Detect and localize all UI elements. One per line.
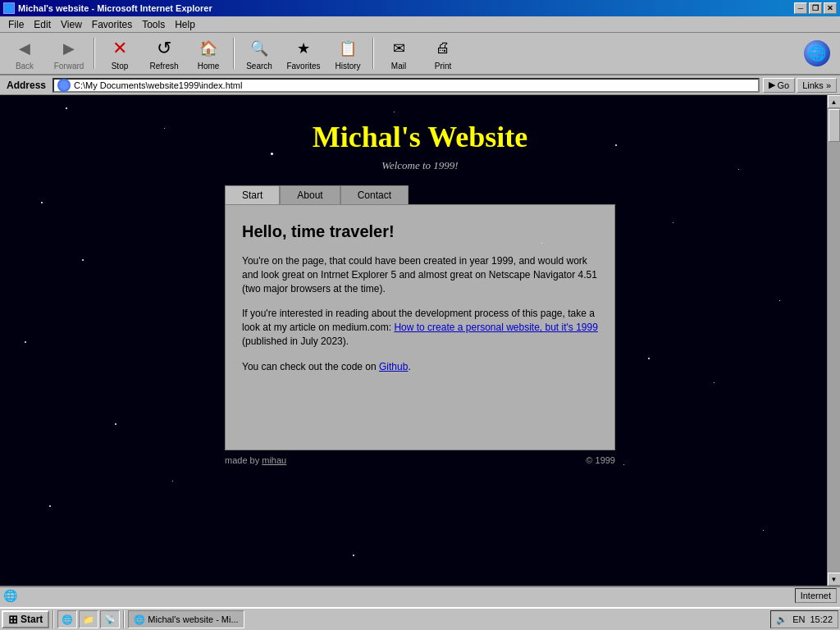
taskbar-ie-window-label: Michal's website - Mi... [148, 614, 238, 624]
taskbar-ie-icon[interactable]: 🌐 [57, 610, 77, 628]
address-label: Address [3, 80, 49, 91]
taskbar-channel-icon[interactable]: 📡 [100, 610, 120, 628]
refresh-icon: ↺ [153, 37, 176, 60]
status-panel-zone: Internet [795, 588, 837, 603]
star [738, 169, 739, 170]
stop-icon: ✕ [108, 37, 131, 60]
home-label: Home [198, 62, 220, 71]
mail-button[interactable]: ✉ Mail [377, 34, 420, 72]
address-bar: Address ▶ Go Links » [0, 75, 840, 95]
favorites-label: Favorites [286, 62, 320, 71]
forward-icon: ▶ [57, 37, 80, 60]
star [673, 222, 673, 223]
home-icon: 🏠 [197, 37, 220, 60]
star [541, 243, 542, 244]
print-label: Print [435, 62, 452, 71]
toolbar-sep-3 [372, 38, 374, 69]
window-controls: ─ ❐ ✕ [794, 2, 837, 14]
ie-logo: 🌐 [804, 40, 830, 66]
star [623, 464, 624, 465]
tray-lang: EN [792, 614, 805, 624]
taskbar-folder-icon[interactable]: 📁 [79, 610, 98, 628]
taskbar-separator-2 [123, 610, 125, 628]
search-icon: 🔍 [248, 37, 271, 60]
history-icon: 📋 [336, 37, 359, 60]
menu-file[interactable]: File [3, 18, 29, 31]
star [648, 358, 650, 359]
scroll-track[interactable] [828, 108, 840, 573]
back-icon: ◀ [13, 37, 36, 60]
search-button[interactable]: 🔍 Search [238, 34, 281, 72]
star [394, 112, 395, 112]
address-input[interactable] [74, 80, 755, 90]
go-label: Go [777, 80, 789, 90]
history-button[interactable]: 📋 History [326, 34, 369, 72]
restore-button[interactable]: ❐ [809, 2, 822, 14]
status-bar: 🌐 Internet [0, 586, 840, 604]
star [763, 530, 764, 531]
menu-bar: File Edit View Favorites Tools Help [0, 16, 840, 33]
toolbar-sep-2 [233, 38, 235, 69]
window-title: Michal's website - Microsoft Internet Ex… [18, 3, 212, 13]
forward-button[interactable]: ▶ Forward [48, 34, 90, 72]
go-arrow-icon: ▶ [769, 80, 775, 90]
star [353, 555, 354, 556]
taskbar-ie-window[interactable]: 🌐 Michal's website - Mi... [128, 610, 244, 628]
links-button[interactable]: Links » [797, 78, 837, 93]
scroll-down-button[interactable]: ▼ [828, 573, 841, 586]
star [714, 382, 714, 383]
mail-icon: ✉ [387, 37, 410, 60]
back-label: Back [16, 62, 34, 71]
title-bar: 🌐 Michal's website - Microsoft Internet … [0, 0, 840, 16]
star [115, 423, 116, 425]
back-button[interactable]: ◀ Back [3, 34, 46, 72]
tray-sound-icon: 🔊 [776, 614, 788, 625]
refresh-label: Refresh [149, 62, 178, 71]
star [615, 144, 617, 146]
toolbar: ◀ Back ▶ Forward ✕ Stop ↺ Refresh 🏠 Home… [0, 33, 840, 75]
star [49, 505, 51, 507]
favorites-button[interactable]: ★ Favorites [282, 34, 325, 72]
star [41, 202, 43, 203]
browser-content: Michal's Website Welcome to 1999! Start … [0, 95, 840, 586]
star [172, 481, 173, 482]
address-page-icon [57, 79, 71, 92]
status-icon: 🌐 [3, 589, 17, 602]
menu-view[interactable]: View [56, 18, 87, 31]
stop-label: Stop [112, 62, 129, 71]
history-label: History [335, 62, 360, 71]
scrollbar: ▲ ▼ [827, 95, 840, 586]
stop-button[interactable]: ✕ Stop [98, 34, 141, 72]
go-button[interactable]: ▶ Go [763, 78, 795, 93]
windows-logo: ⊞ [8, 613, 18, 626]
start-button[interactable]: ⊞ Start [2, 610, 49, 628]
toolbar-sep-1 [94, 38, 95, 69]
mail-label: Mail [391, 62, 406, 71]
taskbar-separator [52, 610, 54, 628]
star [66, 107, 67, 109]
window-icon: 🌐 [3, 2, 15, 14]
menu-favorites[interactable]: Favorites [87, 18, 137, 31]
print-icon: 🖨 [431, 37, 454, 60]
home-button[interactable]: 🏠 Home [187, 34, 230, 72]
tab-start[interactable]: Start [225, 185, 280, 204]
star [82, 259, 84, 261]
print-button[interactable]: 🖨 Print [422, 34, 464, 72]
menu-edit[interactable]: Edit [29, 18, 56, 31]
stars-background [0, 95, 840, 586]
refresh-button[interactable]: ↺ Refresh [143, 34, 185, 72]
system-tray: 🔊 EN 15:22 [770, 610, 838, 628]
tray-time: 15:22 [810, 614, 833, 624]
forward-label: Forward [54, 62, 84, 71]
favorites-icon: ★ [292, 37, 315, 60]
scroll-up-button[interactable]: ▲ [828, 95, 841, 108]
search-label: Search [246, 62, 272, 71]
scroll-thumb[interactable] [829, 109, 840, 142]
menu-tools[interactable]: Tools [137, 18, 170, 31]
taskbar-ie-window-icon: 🌐 [134, 614, 145, 625]
minimize-button[interactable]: ─ [794, 2, 807, 14]
taskbar: ⊞ Start 🌐 📁 📡 🌐 Michal's website - Mi...… [0, 607, 840, 630]
start-label: Start [21, 614, 43, 625]
close-button[interactable]: ✕ [824, 2, 837, 14]
menu-help[interactable]: Help [170, 18, 200, 31]
